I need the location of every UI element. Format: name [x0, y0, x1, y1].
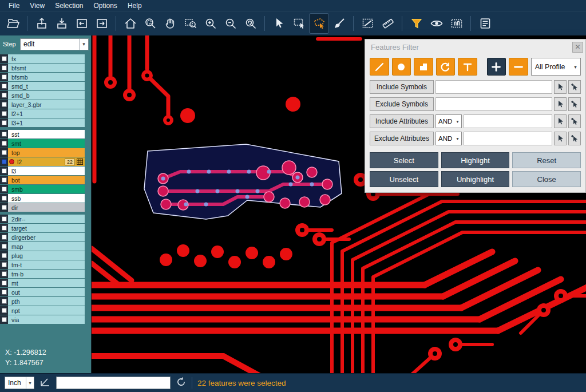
dialog-titlebar[interactable]: Features Filter ✕	[365, 39, 585, 54]
layer-checkbox[interactable]	[0, 224, 8, 232]
pick-symbol-add-icon[interactable]	[568, 80, 581, 94]
filter-icon[interactable]	[407, 14, 426, 33]
layer-checkbox[interactable]	[0, 82, 8, 90]
pick-attribute-add-icon[interactable]	[568, 132, 581, 145]
layer-row-tm-b[interactable]: tm-b	[0, 270, 85, 278]
menu-item-file[interactable]: File	[3, 0, 25, 11]
exclude-attributes-op-select[interactable]: AND ▾	[435, 132, 462, 145]
include-attributes-input[interactable]	[464, 114, 552, 128]
layer-row-2dir--[interactable]: 2dir--	[0, 215, 85, 223]
zoom-redraw-icon[interactable]	[241, 14, 260, 33]
angle-measure-icon[interactable]	[39, 376, 51, 390]
include-attributes-op-select[interactable]: AND ▾	[435, 114, 462, 128]
pick-attribute-icon[interactable]	[554, 114, 567, 128]
layer-row-smb[interactable]: smb	[0, 185, 85, 193]
layer-row-l2+1[interactable]: l2+1	[0, 109, 85, 118]
brush-icon[interactable]	[330, 14, 349, 33]
pick-symbol-icon[interactable]	[554, 80, 567, 94]
zoom-out-icon[interactable]	[221, 14, 240, 33]
layer-row-l2[interactable]: l222	[0, 157, 85, 166]
layer-row-via[interactable]: via	[0, 315, 85, 324]
poly-select-icon[interactable]	[310, 14, 328, 33]
layer-checkbox[interactable]	[0, 73, 8, 81]
zoom-fit-icon[interactable]	[141, 14, 160, 33]
layer-row-target[interactable]: target	[0, 224, 85, 232]
layer-checkbox[interactable]	[0, 242, 8, 251]
layer-row-smd_b[interactable]: smd_b	[0, 91, 85, 100]
pad-feature-icon[interactable]	[392, 58, 411, 76]
layer-row-l3[interactable]: l3	[0, 167, 85, 175]
exclude-attributes-input[interactable]	[464, 132, 552, 145]
menu-item-view[interactable]: View	[25, 0, 50, 11]
step-select[interactable]: edit ▾	[20, 38, 89, 50]
layer-row-mt[interactable]: mt	[0, 279, 85, 287]
unit-select[interactable]: Inch ▾	[5, 377, 34, 389]
home-icon[interactable]	[121, 14, 140, 33]
zoom-in-icon[interactable]	[201, 14, 220, 33]
layer-row-smt[interactable]: smt	[0, 139, 85, 148]
zoom-area-icon[interactable]	[181, 14, 200, 33]
layer-row-pth[interactable]: pth	[0, 297, 85, 306]
layer-checkbox[interactable]	[0, 260, 8, 269]
layer-row-sst[interactable]: sst	[0, 130, 85, 138]
layer-checkbox[interactable]	[0, 100, 8, 109]
text-feature-icon[interactable]	[458, 58, 477, 76]
layer-checkbox[interactable]	[0, 185, 8, 193]
export-icon[interactable]	[32, 14, 51, 33]
layer-checkbox[interactable]	[0, 139, 8, 148]
highlight-button[interactable]: Highlight	[441, 152, 510, 168]
page-prev-icon[interactable]	[72, 14, 91, 33]
arc-feature-icon[interactable]	[436, 58, 456, 76]
layer-checkbox[interactable]	[0, 215, 8, 223]
menu-item-help[interactable]: Help	[122, 0, 147, 11]
layer-row-l3+1[interactable]: l3+1	[0, 118, 85, 127]
report-icon[interactable]	[476, 14, 494, 33]
layer-row-smd_t[interactable]: smd_t	[0, 82, 85, 90]
profile-select[interactable]: All Profile ▾	[531, 58, 581, 76]
close-button[interactable]: Close	[512, 171, 581, 187]
exclude-attributes-button[interactable]: Exclude Attributes	[370, 132, 434, 145]
select-button[interactable]: Select	[370, 152, 438, 168]
unselect-button[interactable]: Unselect	[370, 171, 438, 187]
layer-checkbox[interactable]	[0, 194, 8, 203]
pan-icon[interactable]	[161, 14, 180, 33]
menu-item-selection[interactable]: Selection	[50, 0, 88, 11]
pick-attribute-add-icon[interactable]	[568, 114, 581, 128]
pick-symbol-add-icon[interactable]	[568, 97, 581, 111]
layer-row-bfsmb[interactable]: bfsmb	[0, 73, 85, 81]
import-icon[interactable]	[52, 14, 71, 33]
include-symbols-input[interactable]	[435, 80, 552, 94]
layer-checkbox[interactable]	[0, 306, 8, 315]
layer-checkbox[interactable]	[0, 118, 8, 127]
layer-checkbox[interactable]	[0, 54, 8, 63]
page-next-icon[interactable]	[92, 14, 111, 33]
layer-row-out[interactable]: out	[0, 288, 85, 296]
highlight-net-icon[interactable]	[447, 14, 466, 33]
cursor-icon[interactable]	[270, 14, 288, 33]
layer-row-layer_3.gbr[interactable]: layer_3.gbr	[0, 100, 85, 109]
layer-row-dir[interactable]: dir	[0, 203, 85, 212]
layer-checkbox[interactable]	[0, 148, 8, 157]
layer-checkbox[interactable]	[0, 167, 8, 175]
layer-checkbox[interactable]	[0, 270, 8, 278]
remove-filter-icon[interactable]	[509, 58, 528, 76]
layer-checkbox[interactable]	[0, 130, 8, 138]
layer-checkbox[interactable]	[0, 203, 8, 212]
grid-icon[interactable]	[77, 159, 83, 165]
measure-icon[interactable]	[378, 14, 397, 33]
layer-row-fx[interactable]: fx	[0, 54, 85, 63]
layer-row-plug[interactable]: plug	[0, 251, 85, 260]
menu-item-options[interactable]: Options	[89, 0, 122, 11]
include-attributes-button[interactable]: Include Attributes	[370, 114, 434, 128]
exclude-symbols-button[interactable]: Exclude Symbols	[370, 97, 434, 111]
layer-checkbox[interactable]	[0, 279, 8, 287]
layer-checkbox[interactable]	[0, 157, 8, 166]
layer-row-npt[interactable]: npt	[0, 306, 85, 315]
line-feature-icon[interactable]	[370, 58, 389, 76]
exclude-symbols-input[interactable]	[435, 97, 552, 111]
include-symbols-button[interactable]: Include Symbols	[370, 80, 434, 94]
layer-checkbox[interactable]	[0, 315, 8, 324]
refresh-icon[interactable]	[176, 377, 187, 390]
layer-checkbox[interactable]	[0, 91, 8, 100]
layer-row-ssb[interactable]: ssb	[0, 194, 85, 203]
